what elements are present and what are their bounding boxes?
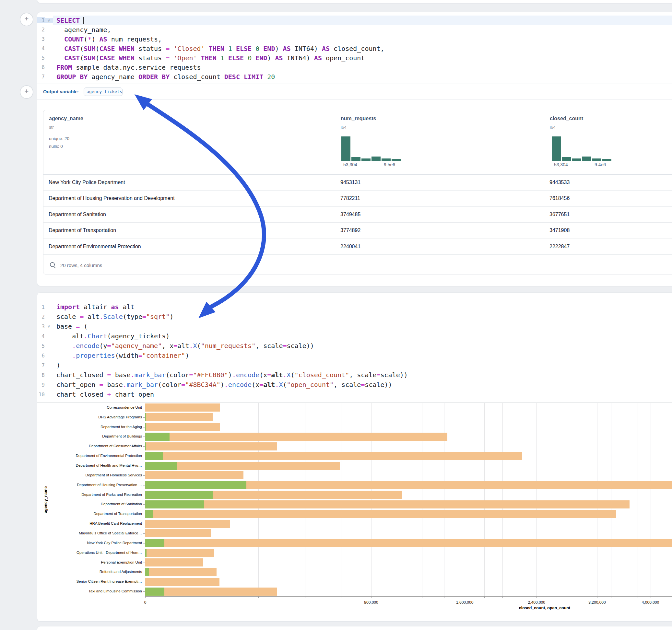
output-variable-pill[interactable]: agency_tickets (83, 88, 123, 96)
line-number: 8 (37, 372, 45, 378)
code-text: .encode(y="agency_name", x=alt.X("num_re… (53, 341, 672, 350)
code-text: chart_closed + chart_open (53, 390, 672, 399)
code-text: import altair as alt (53, 302, 672, 312)
line-number: 1 (37, 304, 45, 310)
bar-closed (145, 433, 447, 441)
cell-closed-count: 2222847 (549, 239, 570, 255)
histogram-min-label: 53,304 (343, 162, 357, 167)
line-number: 2 (37, 314, 45, 320)
x-axis-tick (258, 596, 259, 598)
code-line[interactable]: 6FROM sample_data.nyc.service_requests (37, 63, 672, 72)
cell-closed-count: 7618456 (549, 190, 570, 207)
code-line[interactable]: 1import altair as alt (37, 302, 672, 312)
gridline (520, 403, 520, 596)
table-row[interactable]: New York City Police Department945313194… (43, 174, 672, 191)
table-row[interactable]: Department of Transportation377489234719… (43, 222, 672, 239)
y-axis-line (145, 403, 145, 596)
x-axis-tick (398, 596, 398, 598)
add-cell-button-middle[interactable]: + (20, 85, 33, 99)
x-axis-tick (597, 596, 597, 598)
cell-closed-count: 9443533 (549, 174, 570, 191)
code-text: chart_open = base.mark_bar(color="#8BC34… (53, 380, 672, 390)
line-number: 6 (37, 64, 45, 70)
gridline (371, 403, 371, 596)
table-row[interactable]: Department of Sanitation37494853677651 (43, 207, 672, 223)
code-line[interactable]: 1vSELECT (37, 16, 672, 25)
y-axis-label: Department of Transportation (49, 512, 142, 516)
histogram-bar (592, 159, 601, 161)
code-line[interactable]: 3vbase = ( (37, 321, 672, 331)
y-axis-label: Department of Homeless Services (49, 473, 142, 477)
code-line[interactable]: 4 CAST(SUM(CASE WHEN status = 'Closed' T… (37, 44, 672, 53)
y-axis-label: Department of Housing Preservation … (49, 483, 142, 487)
code-line[interactable]: 6 .properties(width="container") (37, 350, 672, 360)
y-axis-title: agency_name (44, 486, 48, 513)
fold-chevron-icon[interactable]: v (45, 18, 53, 23)
code-line[interactable]: 3 COUNT(*) AS num_requests, (37, 34, 672, 44)
code-line[interactable]: 7GROUP BY agency_name ORDER BY closed_co… (37, 72, 672, 81)
code-line[interactable]: 5 .encode(y="agency_name", x=alt.X("num_… (37, 341, 672, 350)
x-axis-tick (305, 596, 305, 598)
y-axis-label: Taxi and Limousine Commission (49, 589, 142, 593)
gridline (341, 403, 341, 596)
code-text: alt.Chart(agency_tickets) (53, 331, 672, 341)
cell-agency-name: Department of Sanitation (49, 207, 106, 223)
y-axis-label: Department of Sanitation (49, 502, 142, 506)
code-line[interactable]: 9chart_open = base.mark_bar(color="#8BC3… (37, 380, 672, 390)
histogram-max-label: 9.4e6 (595, 162, 606, 167)
x-axis-tick (583, 596, 583, 598)
histogram-bar (341, 137, 351, 161)
search-icon[interactable] (49, 262, 56, 269)
bar-closed (145, 587, 277, 596)
bar-open (145, 462, 177, 470)
y-axis-label: Refunds and Adjustments (49, 570, 142, 574)
gridline (502, 403, 503, 596)
code-text: ) (53, 360, 672, 370)
table-row[interactable]: Department of Environmental Protection22… (43, 239, 672, 255)
code-text: scale = alt.Scale(type="sqrt") (53, 312, 672, 321)
bar-closed (145, 539, 672, 547)
line-number: 6 (37, 353, 45, 359)
code-line[interactable]: 2 agency_name, (37, 25, 672, 34)
x-axis-tick (502, 596, 503, 598)
code-line[interactable]: 5 CAST(SUM(CASE WHEN status = 'Open' THE… (37, 53, 672, 63)
bar-closed (145, 549, 214, 557)
column-stat-nulls: nulls: 0 (49, 144, 63, 149)
code-text: FROM sample_data.nyc.service_requests (53, 63, 672, 72)
add-cell-button-top[interactable]: + (20, 13, 33, 26)
output-variable-label: Output variable: (43, 89, 79, 94)
x-axis-label: 3,200,000 (578, 600, 617, 605)
bar-closed (145, 423, 220, 431)
histogram-min-label: 53,304 (554, 162, 568, 167)
column-header-agency-name[interactable]: agency_name (49, 116, 83, 122)
cell-num-requests: 3774892 (340, 222, 360, 239)
line-number: 9 (37, 382, 45, 388)
cell-num-requests: 9453131 (340, 174, 360, 191)
code-line[interactable]: 2scale = alt.Scale(type="sqrt") (37, 312, 672, 321)
line-number: 1 (37, 17, 45, 23)
line-number: 7 (37, 362, 45, 368)
x-axis-line (145, 596, 672, 597)
y-axis-label: DHS Advantage Programs (49, 415, 142, 419)
cell-num-requests: 3749485 (340, 207, 360, 223)
table-row[interactable]: Department of Housing Preservation and D… (43, 190, 672, 207)
column-type-agency-name: str (49, 125, 54, 130)
histogram-bar (361, 159, 370, 161)
table-footer: 20 rows, 4 columns (43, 258, 102, 272)
line-number: 7 (37, 74, 45, 80)
fold-chevron-icon[interactable]: v (45, 324, 53, 329)
code-line[interactable]: 7) (37, 360, 672, 370)
column-header-closed-count[interactable]: closed_count (550, 116, 583, 122)
next-cell-card (37, 626, 672, 630)
line-number: 3 (37, 36, 45, 42)
code-line[interactable]: 4 alt.Chart(agency_tickets) (37, 331, 672, 341)
code-line[interactable]: 10chart_closed + chart_open (37, 390, 672, 399)
x-axis-label: 2,400,000 (517, 600, 556, 605)
column-header-num-requests[interactable]: num_requests (341, 116, 376, 122)
bar-open (145, 539, 164, 547)
code-line[interactable]: 8chart_closed = base.mark_bar(color="#FF… (37, 370, 672, 380)
code-output-divider (37, 402, 672, 403)
histogram-bar (602, 159, 611, 161)
gridline (651, 403, 651, 596)
bar-closed (145, 442, 277, 451)
